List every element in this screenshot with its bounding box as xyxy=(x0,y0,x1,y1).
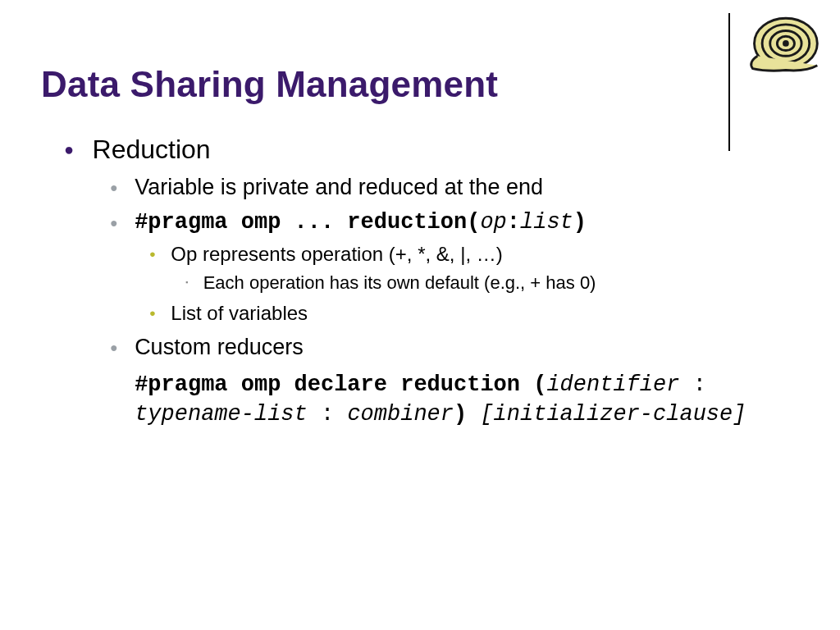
slide-title: Data Sharing Management xyxy=(41,64,799,105)
code-text: #pragma omp ... reduction(op:list) xyxy=(135,210,587,235)
bullet-icon: ● xyxy=(110,217,118,230)
bullet-icon: ● xyxy=(149,249,156,259)
svg-point-1 xyxy=(783,40,789,47)
bullet-list-l4: ▪ Each operation has its own default (e.… xyxy=(185,272,799,294)
item-text: List of variables xyxy=(171,302,308,325)
list-item: ● #pragma omp ... reduction(op:list) ● O… xyxy=(110,210,799,325)
snail-icon xyxy=(745,10,824,74)
item-text: Variable is private and reduced at the e… xyxy=(135,175,543,200)
bullet-list-l3: ● Op represents operation (+, *, &, |, …… xyxy=(149,243,799,325)
item-text: Op represents operation (+, *, &, |, …) xyxy=(171,243,502,266)
code-text: #pragma omp declare reduction (identifie… xyxy=(135,370,746,430)
list-item: ▪ Each operation has its own default (e.… xyxy=(185,272,799,294)
bullet-icon: ● xyxy=(110,181,118,194)
list-item: ● #pragma omp declare reduction (identif… xyxy=(110,370,799,430)
bullet-icon: ● xyxy=(149,308,156,318)
list-item: ● Variable is private and reduced at the… xyxy=(110,175,799,200)
bullet-icon: ▪ xyxy=(185,279,188,286)
list-item: ● Reduction ● Variable is private and re… xyxy=(64,135,799,430)
item-text: Reduction xyxy=(93,135,211,165)
list-item: ● Op represents operation (+, *, &, |, …… xyxy=(149,243,799,294)
slide: Data Sharing Management ● Reduction ● Va… xyxy=(0,0,840,630)
bullet-list-l2: ● Variable is private and reduced at the… xyxy=(110,175,799,430)
bullet-icon: ● xyxy=(110,341,118,354)
bullet-list-l1: ● Reduction ● Variable is private and re… xyxy=(64,135,799,430)
vertical-divider xyxy=(728,13,730,151)
list-item: ● Custom reducers xyxy=(110,335,799,360)
list-item: ● List of variables xyxy=(149,302,799,325)
bullet-icon: ● xyxy=(64,141,74,158)
item-text: Custom reducers xyxy=(135,335,304,360)
corner-decoration xyxy=(728,10,824,151)
item-text: Each operation has its own default (e.g.… xyxy=(203,272,596,294)
